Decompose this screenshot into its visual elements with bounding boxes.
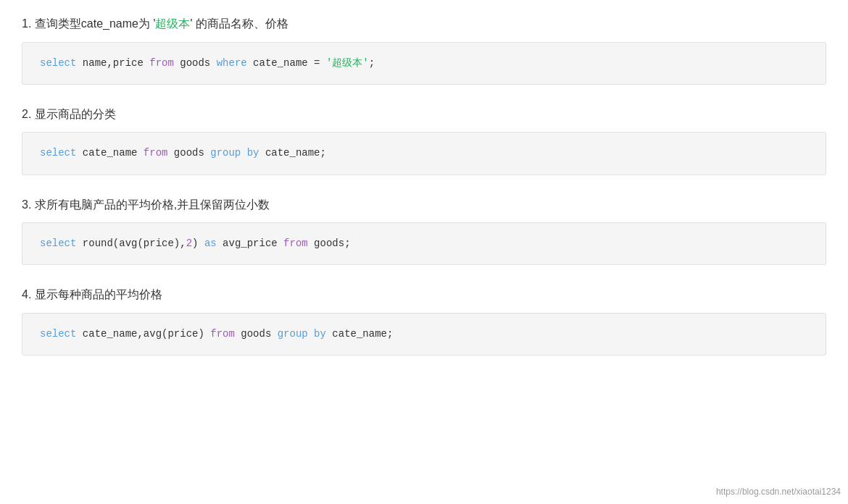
section-4-code: select cate_name,avg(price) from goods g… (22, 313, 826, 356)
watermark: https://blog.csdn.net/xiaotai1234 (716, 487, 841, 497)
section-4-title: 4. 显示每种商品的平均价格 (22, 285, 826, 304)
section-2-title: 2. 显示商品的分类 (22, 105, 826, 124)
section-1-title: 1. 查询类型cate_name为 '超级本' 的商品名称、价格 (22, 14, 826, 33)
section-4: 4. 显示每种商品的平均价格 select cate_name,avg(pric… (22, 285, 826, 356)
section-1-code: select name,price from goods where cate_… (22, 42, 826, 85)
section-2-code: select cate_name from goods group by cat… (22, 132, 826, 175)
section-3: 3. 求所有电脑产品的平均价格,并且保留两位小数 select round(av… (22, 196, 826, 266)
section-3-code: select round(avg(price),2) as avg_price … (22, 222, 826, 265)
section-2: 2. 显示商品的分类 select cate_name from goods g… (22, 105, 826, 175)
section-3-title: 3. 求所有电脑产品的平均价格,并且保留两位小数 (22, 196, 826, 214)
section-1: 1. 查询类型cate_name为 '超级本' 的商品名称、价格 select … (22, 14, 826, 85)
